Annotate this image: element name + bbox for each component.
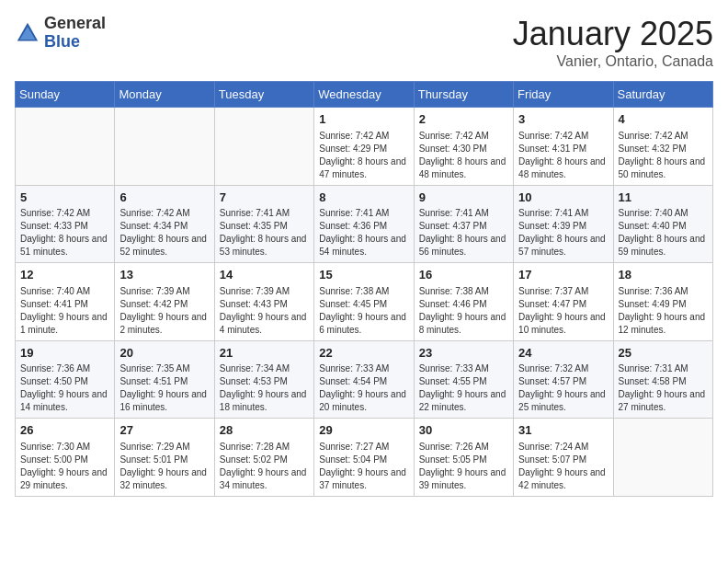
- day-number: 28: [220, 422, 309, 439]
- calendar-week-row: 1Sunrise: 7:42 AM Sunset: 4:29 PM Daylig…: [16, 108, 713, 186]
- calendar-cell: 25Sunrise: 7:31 AM Sunset: 4:58 PM Dayli…: [613, 340, 712, 419]
- day-info: Sunrise: 7:28 AM Sunset: 5:02 PM Dayligh…: [220, 441, 309, 492]
- day-info: Sunrise: 7:37 AM Sunset: 4:47 PM Dayligh…: [518, 285, 608, 337]
- day-info: Sunrise: 7:39 AM Sunset: 4:43 PM Dayligh…: [220, 285, 309, 337]
- day-info: Sunrise: 7:27 AM Sunset: 5:04 PM Dayligh…: [319, 441, 408, 492]
- day-number: 19: [20, 345, 109, 362]
- page-header: General Blue January 2025 Vanier, Ontari…: [15, 15, 713, 70]
- day-number: 18: [619, 267, 708, 283]
- day-info: Sunrise: 7:31 AM Sunset: 4:58 PM Dayligh…: [619, 362, 708, 414]
- day-number: 13: [119, 267, 209, 283]
- calendar-cell: 21Sunrise: 7:34 AM Sunset: 4:53 PM Dayli…: [214, 340, 313, 419]
- calendar-cell: 19Sunrise: 7:36 AM Sunset: 4:50 PM Dayli…: [16, 340, 115, 419]
- day-number: 27: [119, 422, 209, 439]
- calendar-cell: 13Sunrise: 7:39 AM Sunset: 4:42 PM Dayli…: [115, 263, 214, 341]
- calendar-table: SundayMondayTuesdayWednesdayThursdayFrid…: [15, 81, 713, 497]
- day-number: 12: [20, 267, 109, 283]
- day-number: 5: [20, 190, 109, 206]
- day-info: Sunrise: 7:24 AM Sunset: 5:07 PM Dayligh…: [518, 441, 608, 492]
- weekday-header: Tuesday: [214, 82, 313, 108]
- day-info: Sunrise: 7:42 AM Sunset: 4:30 PM Dayligh…: [419, 130, 508, 181]
- calendar-cell: 12Sunrise: 7:40 AM Sunset: 4:41 PM Dayli…: [16, 263, 115, 341]
- day-info: Sunrise: 7:41 AM Sunset: 4:35 PM Dayligh…: [220, 207, 309, 259]
- day-info: Sunrise: 7:42 AM Sunset: 4:33 PM Dayligh…: [20, 207, 109, 259]
- calendar-cell: 11Sunrise: 7:40 AM Sunset: 4:40 PM Dayli…: [613, 185, 712, 263]
- day-number: 9: [419, 190, 508, 206]
- logo-general-text: General: [44, 15, 106, 33]
- calendar-cell: 15Sunrise: 7:38 AM Sunset: 4:45 PM Dayli…: [314, 263, 414, 341]
- day-number: 11: [619, 190, 708, 206]
- day-number: 8: [319, 190, 408, 206]
- title-block: January 2025 Vanier, Ontario, Canada: [513, 15, 713, 70]
- calendar-cell: 9Sunrise: 7:41 AM Sunset: 4:37 PM Daylig…: [414, 185, 513, 263]
- calendar-cell: 3Sunrise: 7:42 AM Sunset: 4:31 PM Daylig…: [514, 108, 613, 186]
- weekday-header: Wednesday: [314, 82, 414, 108]
- day-info: Sunrise: 7:41 AM Sunset: 4:37 PM Dayligh…: [419, 207, 508, 259]
- day-info: Sunrise: 7:40 AM Sunset: 4:40 PM Dayligh…: [619, 207, 708, 259]
- day-info: Sunrise: 7:36 AM Sunset: 4:49 PM Dayligh…: [619, 285, 708, 337]
- calendar-header-row: SundayMondayTuesdayWednesdayThursdayFrid…: [16, 82, 713, 108]
- day-info: Sunrise: 7:41 AM Sunset: 4:39 PM Dayligh…: [518, 207, 608, 259]
- calendar-cell: 22Sunrise: 7:33 AM Sunset: 4:54 PM Dayli…: [314, 340, 414, 419]
- calendar-cell: 27Sunrise: 7:29 AM Sunset: 5:01 PM Dayli…: [115, 419, 214, 497]
- calendar-cell: 8Sunrise: 7:41 AM Sunset: 4:36 PM Daylig…: [314, 185, 414, 263]
- day-number: 10: [518, 190, 608, 206]
- day-info: Sunrise: 7:42 AM Sunset: 4:31 PM Dayligh…: [518, 130, 608, 181]
- logo: General Blue: [15, 15, 106, 52]
- day-number: 23: [419, 345, 508, 362]
- day-number: 2: [419, 111, 508, 128]
- calendar-cell: [16, 108, 115, 186]
- day-number: 3: [518, 111, 608, 128]
- logo-icon: [15, 20, 40, 46]
- weekday-header: Saturday: [613, 82, 712, 108]
- location-title: Vanier, Ontario, Canada: [513, 53, 713, 70]
- calendar-cell: 24Sunrise: 7:32 AM Sunset: 4:57 PM Dayli…: [514, 340, 613, 419]
- day-number: 26: [20, 422, 109, 439]
- calendar-cell: 7Sunrise: 7:41 AM Sunset: 4:35 PM Daylig…: [214, 185, 313, 263]
- day-info: Sunrise: 7:34 AM Sunset: 4:53 PM Dayligh…: [220, 362, 309, 414]
- calendar-cell: 28Sunrise: 7:28 AM Sunset: 5:02 PM Dayli…: [214, 419, 313, 497]
- day-number: 22: [319, 345, 408, 362]
- day-number: 20: [119, 345, 209, 362]
- day-number: 16: [419, 267, 508, 283]
- weekday-header: Thursday: [414, 82, 513, 108]
- day-info: Sunrise: 7:40 AM Sunset: 4:41 PM Dayligh…: [20, 285, 109, 337]
- day-number: 21: [220, 345, 309, 362]
- calendar-cell: 2Sunrise: 7:42 AM Sunset: 4:30 PM Daylig…: [414, 108, 513, 186]
- calendar-cell: [613, 419, 712, 497]
- logo-blue-text: Blue: [44, 33, 106, 52]
- day-number: 14: [220, 267, 309, 283]
- calendar-cell: 10Sunrise: 7:41 AM Sunset: 4:39 PM Dayli…: [514, 185, 613, 263]
- day-info: Sunrise: 7:26 AM Sunset: 5:05 PM Dayligh…: [419, 441, 508, 492]
- day-number: 24: [518, 345, 608, 362]
- month-title: January 2025: [513, 15, 713, 53]
- day-info: Sunrise: 7:38 AM Sunset: 4:46 PM Dayligh…: [419, 285, 508, 337]
- calendar-cell: 30Sunrise: 7:26 AM Sunset: 5:05 PM Dayli…: [414, 419, 513, 497]
- day-info: Sunrise: 7:30 AM Sunset: 5:00 PM Dayligh…: [20, 441, 109, 492]
- day-info: Sunrise: 7:42 AM Sunset: 4:34 PM Dayligh…: [119, 207, 209, 259]
- day-number: 7: [220, 190, 309, 206]
- day-number: 17: [518, 267, 608, 283]
- weekday-header: Friday: [514, 82, 613, 108]
- calendar-cell: 4Sunrise: 7:42 AM Sunset: 4:32 PM Daylig…: [613, 108, 712, 186]
- calendar-cell: 31Sunrise: 7:24 AM Sunset: 5:07 PM Dayli…: [514, 419, 613, 497]
- day-info: Sunrise: 7:33 AM Sunset: 4:54 PM Dayligh…: [319, 362, 408, 414]
- calendar-cell: 29Sunrise: 7:27 AM Sunset: 5:04 PM Dayli…: [314, 419, 414, 497]
- day-number: 1: [319, 111, 408, 128]
- calendar-cell: 26Sunrise: 7:30 AM Sunset: 5:00 PM Dayli…: [16, 419, 115, 497]
- calendar-cell: [214, 108, 313, 186]
- day-info: Sunrise: 7:42 AM Sunset: 4:32 PM Dayligh…: [619, 130, 708, 181]
- day-info: Sunrise: 7:41 AM Sunset: 4:36 PM Dayligh…: [319, 207, 408, 259]
- day-info: Sunrise: 7:33 AM Sunset: 4:55 PM Dayligh…: [419, 362, 508, 414]
- calendar-cell: [115, 108, 214, 186]
- calendar-cell: 20Sunrise: 7:35 AM Sunset: 4:51 PM Dayli…: [115, 340, 214, 419]
- day-number: 6: [119, 190, 209, 206]
- calendar-cell: 6Sunrise: 7:42 AM Sunset: 4:34 PM Daylig…: [115, 185, 214, 263]
- day-number: 4: [619, 111, 708, 128]
- day-info: Sunrise: 7:38 AM Sunset: 4:45 PM Dayligh…: [319, 285, 408, 337]
- calendar-week-row: 26Sunrise: 7:30 AM Sunset: 5:00 PM Dayli…: [16, 419, 713, 497]
- calendar-cell: 23Sunrise: 7:33 AM Sunset: 4:55 PM Dayli…: [414, 340, 513, 419]
- calendar-cell: 1Sunrise: 7:42 AM Sunset: 4:29 PM Daylig…: [314, 108, 414, 186]
- day-info: Sunrise: 7:39 AM Sunset: 4:42 PM Dayligh…: [119, 285, 209, 337]
- day-info: Sunrise: 7:42 AM Sunset: 4:29 PM Dayligh…: [319, 130, 408, 181]
